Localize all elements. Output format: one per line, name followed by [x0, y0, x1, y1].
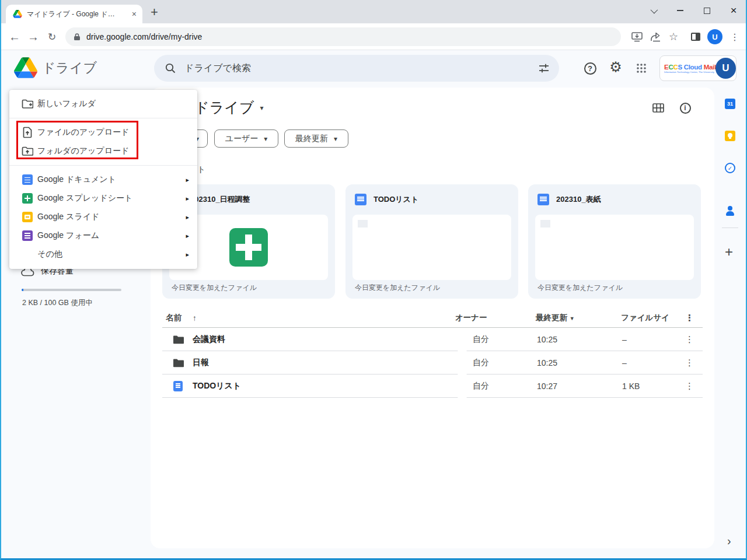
drive-favicon	[13, 10, 22, 18]
menu-item-google-forms[interactable]: Google フォーム ▸	[9, 226, 197, 245]
column-modified[interactable]: 最終更新 ▼	[536, 313, 575, 323]
docs-icon	[173, 381, 183, 391]
table-header: 名前 ↑ オーナー 最終更新 ▼ ファイルサイ ⋮	[162, 308, 703, 328]
column-name[interactable]: 名前	[166, 313, 181, 323]
browser-tab[interactable]: マイドライブ - Google ドライブ ×	[6, 5, 142, 23]
sheets-logo-large	[229, 228, 268, 267]
menu-divider	[9, 165, 197, 166]
docs-icon	[22, 174, 33, 185]
show-side-panel-icon[interactable]: ›	[727, 534, 731, 548]
storage-progress-bar	[22, 289, 121, 291]
side-panel-icon[interactable]	[687, 23, 704, 50]
window-minimize-button[interactable]	[666, 0, 693, 21]
submenu-caret-icon: ▸	[186, 176, 189, 184]
drive-avatar[interactable]: U	[715, 58, 736, 79]
submenu-caret-icon: ▸	[186, 251, 189, 258]
row-options-icon[interactable]: ⋮	[685, 381, 694, 391]
install-icon[interactable]	[628, 23, 645, 50]
menu-item-google-docs[interactable]: Google ドキュメント ▸	[9, 170, 197, 189]
app-name: ドライブ	[42, 59, 97, 77]
chip-caret-icon: ▾	[334, 135, 337, 143]
folder-icon	[173, 358, 184, 367]
table-options-icon[interactable]: ⋮	[685, 313, 694, 323]
drive-header: ドライブ ? ⚙ ECCS Cloud Mail Information Tec…	[0, 51, 747, 85]
column-owner[interactable]: オーナー	[455, 313, 487, 323]
file-thumbnail	[352, 215, 511, 280]
column-size[interactable]: ファイルサイ	[621, 313, 669, 323]
back-icon[interactable]: ←	[6, 23, 23, 50]
filter-chip-modified[interactable]: 最終更新▾	[284, 130, 348, 148]
menu-item-more[interactable]: その他 ▸	[9, 245, 197, 264]
new-folder-icon	[22, 98, 33, 110]
table-row[interactable]: 日報 自分 10:25 – ⋮	[162, 351, 703, 374]
file-card[interactable]: TODOリスト 今日変更を加えたファイル	[345, 184, 518, 299]
eccs-cloud-mail-logo: ECCS Cloud Mail Information Technology C…	[664, 64, 714, 74]
docs-icon	[537, 194, 549, 205]
drive-logo[interactable]	[14, 57, 37, 78]
menu-item-google-sheets[interactable]: Google スプレッドシート ▸	[9, 189, 197, 208]
bookmark-star-icon[interactable]: ☆	[665, 23, 682, 50]
forms-icon	[22, 230, 33, 241]
calendar-icon[interactable]: 31	[725, 99, 735, 109]
submenu-caret-icon: ▸	[186, 232, 189, 240]
share-icon[interactable]	[647, 23, 664, 50]
apps-grid-icon[interactable]	[633, 60, 650, 76]
search-options-icon[interactable]	[538, 62, 550, 74]
browser-toolbar: ← → ↻ drive.google.com/drive/my-drive ☆ …	[0, 23, 747, 50]
table-row[interactable]: 会議資料 自分 10:25 – ⋮	[162, 328, 703, 351]
storage-usage-text: 2 KB / 100 GB 使用中	[22, 298, 93, 308]
lock-icon	[74, 33, 81, 41]
row-options-icon[interactable]: ⋮	[685, 358, 694, 368]
search-icon	[165, 62, 176, 74]
help-icon[interactable]: ?	[582, 60, 598, 76]
new-tab-button[interactable]: +	[151, 5, 158, 20]
url-text: drive.google.com/drive/my-drive	[86, 32, 202, 41]
sheets-icon	[22, 193, 33, 204]
filter-chip-users[interactable]: ユーザー▾	[214, 130, 278, 148]
suggested-section-label-partial: ト	[197, 164, 205, 175]
docs-icon	[355, 194, 366, 205]
browser-titlebar: マイドライブ - Google ドライブ × + ×	[0, 0, 747, 23]
contacts-icon[interactable]	[725, 205, 735, 216]
window-close-button[interactable]: ×	[720, 0, 747, 21]
title-caret-icon: ▾	[260, 104, 264, 112]
sort-ascending-icon[interactable]: ↑	[193, 313, 197, 322]
file-thumbnail	[535, 215, 694, 280]
menu-item-google-slides[interactable]: Google スライド ▸	[9, 208, 197, 226]
search-bar[interactable]	[154, 55, 559, 82]
slides-icon	[22, 212, 33, 222]
row-options-icon[interactable]: ⋮	[685, 334, 694, 345]
menu-item-new-folder[interactable]: 新しいフォルダ	[9, 94, 197, 113]
account-badge[interactable]: ECCS Cloud Mail Information Technology C…	[659, 55, 736, 81]
submenu-caret-icon: ▸	[186, 214, 189, 221]
tab-search-icon[interactable]	[640, 0, 666, 21]
rail-divider	[722, 228, 738, 228]
window-maximize-button[interactable]	[693, 0, 720, 21]
table-row[interactable]: TODOリスト 自分 10:27 1 KB ⋮	[162, 374, 703, 398]
folder-icon	[173, 335, 184, 344]
tab-title: マイドライブ - Google ドライブ	[27, 9, 120, 19]
submenu-caret-icon: ▸	[186, 195, 189, 202]
tasks-icon[interactable]: ✓	[725, 163, 735, 173]
file-card[interactable]: 202310_表紙 今日変更を加えたファイル	[528, 184, 701, 299]
menu-divider	[9, 118, 197, 118]
reload-icon[interactable]: ↻	[43, 23, 61, 50]
grid-view-icon[interactable]	[651, 101, 665, 115]
file-table: 名前 ↑ オーナー 最終更新 ▼ ファイルサイ ⋮ 会議資料 自分 10:25 …	[162, 308, 703, 398]
upload-highlight-annotation	[16, 121, 138, 159]
address-bar[interactable]: drive.google.com/drive/my-drive	[65, 27, 621, 46]
browser-avatar[interactable]: U	[706, 23, 724, 50]
browser-menu-icon[interactable]: ⋮	[727, 23, 742, 50]
column-caret-icon: ▼	[570, 316, 575, 321]
forward-icon[interactable]: →	[25, 23, 42, 50]
keep-icon[interactable]	[725, 131, 735, 141]
details-info-icon[interactable]: i	[678, 101, 692, 115]
search-input[interactable]	[184, 63, 538, 74]
tab-close-icon[interactable]: ×	[132, 10, 137, 18]
settings-gear-icon[interactable]: ⚙	[608, 59, 624, 75]
new-menu: 新しいフォルダ ファイルのアップロード フォルダのアップロード Google ド…	[9, 90, 197, 269]
chip-caret-icon: ▾	[264, 135, 267, 143]
get-addons-icon[interactable]: +	[725, 244, 733, 260]
